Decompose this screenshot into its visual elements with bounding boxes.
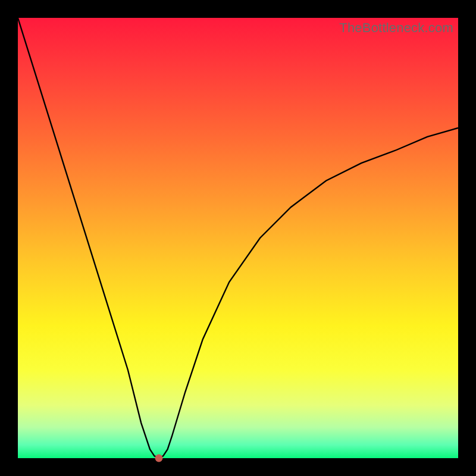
chart-frame: TheBottleneck.com (0, 0, 476, 476)
plot-area: TheBottleneck.com (18, 18, 458, 458)
bottleneck-curve (18, 18, 458, 458)
optimum-marker-icon (155, 455, 162, 462)
curve-path (18, 18, 458, 458)
